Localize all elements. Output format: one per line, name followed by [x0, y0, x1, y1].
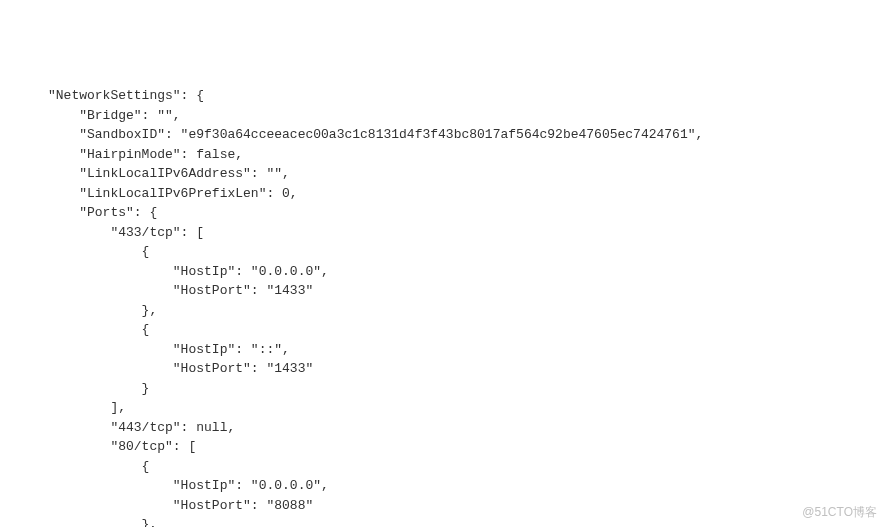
code-block: "NetworkSettings": { "Bridge": "", "Sand…: [48, 86, 889, 527]
watermark-label: @51CTO博客: [802, 503, 877, 521]
